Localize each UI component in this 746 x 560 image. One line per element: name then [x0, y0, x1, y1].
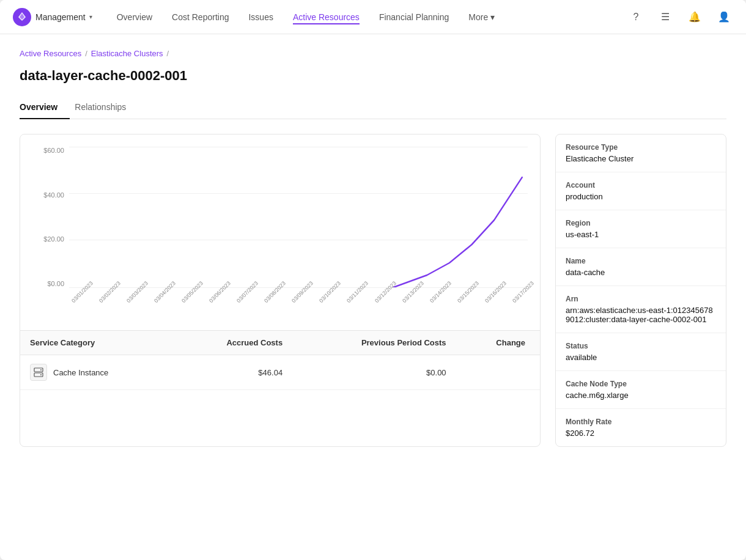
- breadcrumb: Active Resources / Elasticache Clusters …: [20, 49, 726, 58]
- info-row-monthly-rate: Monthly Rate $206.72: [556, 409, 726, 446]
- cache-node-type-label: Cache Node Type: [566, 380, 716, 388]
- breadcrumb-active-resources[interactable]: Active Resources: [20, 49, 81, 58]
- table-row: Cache Instance $46.04 $0.00: [20, 355, 540, 390]
- info-card: Resource Type Elasticache Cluster Accoun…: [555, 134, 726, 447]
- col-accrued-costs: Accrued Costs: [174, 331, 292, 355]
- chart-svg: [69, 147, 528, 287]
- bell-icon: 🔔: [689, 11, 701, 23]
- resource-type-label: Resource Type: [566, 143, 716, 152]
- nav-icons: ? ☰ 🔔 👤: [626, 7, 734, 27]
- svg-point-3: [40, 369, 42, 370]
- status-label: Status: [566, 342, 716, 350]
- nav-more[interactable]: More ▾: [468, 12, 495, 22]
- arn-label: Arn: [566, 295, 716, 303]
- cost-table: Service Category Accrued Costs Previous …: [20, 330, 540, 390]
- col-service-category: Service Category: [20, 331, 174, 355]
- docs-icon: ☰: [661, 11, 670, 23]
- y-label-60: $60.00: [43, 147, 69, 154]
- info-row-account: Account production: [556, 172, 726, 210]
- breadcrumb-sep-2: /: [167, 49, 169, 58]
- cell-previous-costs: $0.00: [292, 355, 456, 390]
- status-value: available: [566, 353, 716, 362]
- nav-financial-planning[interactable]: Financial Planning: [379, 10, 449, 24]
- svg-point-4: [40, 374, 42, 375]
- nav-cost-reporting[interactable]: Cost Reporting: [172, 10, 229, 24]
- nav-active-resources[interactable]: Active Resources: [293, 10, 360, 24]
- info-panel: Resource Type Elasticache Cluster Accoun…: [555, 134, 726, 447]
- docs-button[interactable]: ☰: [656, 7, 675, 27]
- col-previous-period-costs: Previous Period Costs: [292, 331, 456, 355]
- chart-container: $60.00 $40.00 $20.00 $0.00: [20, 134, 541, 447]
- account-value: production: [566, 192, 716, 201]
- arn-value: arn:aws:elasticache:us-east-1:0123456789…: [566, 306, 716, 324]
- nav-issues[interactable]: Issues: [248, 10, 273, 24]
- name-value: data-cache: [566, 268, 716, 277]
- info-row-resource-type: Resource Type Elasticache Cluster: [556, 134, 726, 172]
- info-row-name: Name data-cache: [556, 248, 726, 286]
- x-label-18: 03/18/2023: [539, 280, 541, 304]
- cell-accrued-costs: $46.04: [174, 355, 292, 390]
- content-layout: $60.00 $40.00 $20.00 $0.00: [20, 134, 726, 447]
- more-label: More: [468, 12, 488, 22]
- col-change: Change: [456, 331, 540, 355]
- nav-links: Overview Cost Reporting Issues Active Re…: [117, 10, 626, 24]
- y-label-20: $20.00: [43, 235, 69, 243]
- cache-instance-label: Cache Instance: [53, 368, 108, 377]
- breadcrumb-elasticache-clusters[interactable]: Elasticache Clusters: [91, 49, 163, 58]
- y-label-0: $0.00: [47, 280, 69, 287]
- resource-type-value: Elasticache Cluster: [566, 154, 716, 163]
- app-frame: Management ▾ Overview Cost Reporting Iss…: [0, 0, 746, 560]
- info-row-arn: Arn arn:aws:elasticache:us-east-1:012345…: [556, 286, 726, 333]
- chart-area: $60.00 $40.00 $20.00 $0.00: [20, 134, 540, 330]
- more-chevron: ▾: [490, 12, 495, 22]
- help-icon: ?: [633, 12, 639, 23]
- chart-plot: [69, 147, 528, 287]
- logo-icon: [12, 7, 32, 27]
- profile-icon: 👤: [718, 11, 730, 23]
- region-label: Region: [566, 219, 716, 227]
- chart-inner: $60.00 $40.00 $20.00 $0.00: [32, 147, 528, 306]
- monthly-rate-value: $206.72: [566, 429, 716, 438]
- y-label-40: $40.00: [43, 191, 69, 199]
- management-chevron: ▾: [89, 13, 92, 20]
- tabs-container: Overview Relationships: [20, 96, 726, 119]
- notifications-button[interactable]: 🔔: [685, 7, 704, 27]
- cell-service-category: Cache Instance: [20, 355, 174, 390]
- monthly-rate-label: Monthly Rate: [566, 418, 716, 426]
- chart-y-axis: $60.00 $40.00 $20.00 $0.00: [32, 147, 69, 287]
- tab-relationships[interactable]: Relationships: [75, 96, 138, 119]
- name-label: Name: [566, 257, 716, 265]
- cell-change: [456, 355, 540, 390]
- page-title: data-layer-cache-0002-001: [20, 68, 726, 84]
- info-row-status: Status available: [556, 333, 726, 371]
- logo-area[interactable]: Management ▾: [12, 7, 92, 27]
- cache-node-type-value: cache.m6g.xlarge: [566, 391, 716, 400]
- nav-overview[interactable]: Overview: [117, 10, 152, 24]
- management-label: Management: [35, 12, 86, 22]
- table-header-row: Service Category Accrued Costs Previous …: [20, 331, 540, 355]
- top-nav: Management ▾ Overview Cost Reporting Iss…: [0, 0, 746, 34]
- help-button[interactable]: ?: [626, 7, 646, 27]
- breadcrumb-sep-1: /: [85, 49, 87, 58]
- profile-button[interactable]: 👤: [714, 7, 734, 27]
- tab-overview[interactable]: Overview: [20, 96, 70, 119]
- account-label: Account: [566, 181, 716, 190]
- region-value: us-east-1: [566, 230, 716, 239]
- main-content: Active Resources / Elasticache Clusters …: [0, 34, 746, 462]
- cache-instance-icon: [30, 364, 47, 381]
- info-row-region: Region us-east-1: [556, 210, 726, 248]
- info-row-cache-node-type: Cache Node Type cache.m6g.xlarge: [556, 371, 726, 409]
